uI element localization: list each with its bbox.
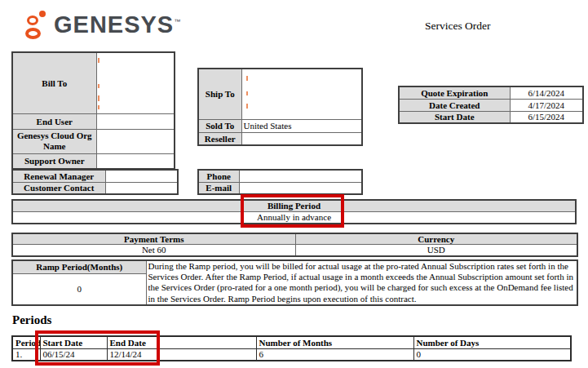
- redaction-artifact: [98, 105, 99, 109]
- phone-label: Phone: [198, 170, 239, 182]
- trademark-symbol: ™: [174, 18, 180, 25]
- sold-to-value: United States: [241, 119, 362, 132]
- genesys-cloud-org-name-value: [96, 129, 175, 153]
- ramp-period-description: During the Ramp period, you will be bill…: [146, 260, 577, 305]
- ship-to-value: [241, 69, 362, 119]
- end-user-value: [96, 113, 175, 129]
- support-owner-label: Support Owner: [12, 153, 96, 169]
- quote-expiration-value: 6/14/2024: [510, 86, 583, 99]
- number-of-days-col-header: Number of Days: [413, 336, 571, 348]
- redaction-artifact: [246, 76, 248, 81]
- start-date-value: 6/15/2024: [510, 111, 583, 123]
- date-created-value: 4/17/2024: [510, 99, 583, 111]
- period-days-cell: 0: [413, 348, 571, 361]
- redaction-artifact: [98, 58, 99, 63]
- email-value: [239, 182, 362, 194]
- quote-expiration-label: Quote Expiration: [399, 86, 510, 99]
- redaction-artifact: [98, 95, 99, 101]
- customer-contact-value: [105, 182, 178, 194]
- ramp-period-label: Ramp Period(Months): [12, 260, 146, 273]
- renewal-manager-label: Renewal Manager: [12, 170, 105, 182]
- payment-terms-header: Payment Terms: [12, 233, 295, 245]
- payment-currency-table: Payment Terms Currency Net 60 USD: [11, 233, 578, 257]
- end-user-label: End User: [12, 113, 96, 129]
- customer-contact-label: Customer Contact: [12, 182, 105, 194]
- genesys-logo-icon: [24, 11, 47, 42]
- email-label: E-mail: [198, 182, 239, 194]
- services-order-document: GENESYS™ Services Order Bill To End User…: [0, 0, 588, 368]
- reseller-label: Reseller: [198, 132, 241, 145]
- bill-to-label: Bill To: [12, 52, 96, 113]
- periods-heading: Periods: [12, 313, 51, 327]
- billing-period-highlight-box: [241, 194, 344, 228]
- ramp-period-value: 0: [12, 273, 146, 305]
- redaction-artifact: [246, 104, 248, 109]
- ramp-period-table: Ramp Period(Months) During the Ramp peri…: [11, 259, 578, 306]
- redaction-artifact: [98, 84, 99, 88]
- number-of-months-col-header: Number of Months: [256, 336, 413, 348]
- support-owner-value: [96, 153, 175, 169]
- redaction-artifact: [246, 91, 248, 95]
- period-dates-highlight-box: [35, 330, 160, 366]
- sold-to-label: Sold To: [198, 119, 241, 132]
- start-date-label: Start Date: [399, 111, 510, 123]
- page-title: Services Order: [425, 20, 491, 33]
- logo-dot-shape: [39, 11, 46, 17]
- genesys-cloud-org-name-label: Genesys Cloud Org Name: [12, 129, 96, 153]
- date-created-label: Date Created: [399, 99, 510, 111]
- currency-header: Currency: [295, 233, 577, 245]
- phone-value: [239, 170, 362, 182]
- phone-email-table: Phone E-mail: [197, 169, 363, 195]
- currency-value: USD: [295, 245, 577, 256]
- ship-to-table: Ship To Sold To United States Reseller: [197, 68, 363, 146]
- logo-brand-text: GENESYS: [54, 11, 174, 38]
- contacts-table: Renewal Manager Customer Contact: [11, 169, 179, 195]
- reseller-value: [241, 132, 362, 145]
- quote-dates-table: Quote Expiration 6/14/2024 Date Created …: [398, 86, 584, 124]
- renewal-manager-value: [105, 170, 178, 182]
- logo-wordmark: GENESYS™: [54, 13, 180, 37]
- logo-ring-bottom-shape: [25, 28, 41, 39]
- bill-to-value: [96, 52, 175, 113]
- logo-ring-top-shape: [27, 16, 38, 25]
- ship-to-label: Ship To: [198, 69, 241, 119]
- period-months-cell: 6: [256, 348, 413, 361]
- payment-terms-value: Net 60: [12, 245, 295, 256]
- genesys-logo: GENESYS™: [24, 9, 212, 43]
- bill-to-table: Bill To End User Genesys Cloud Org Name …: [11, 51, 175, 170]
